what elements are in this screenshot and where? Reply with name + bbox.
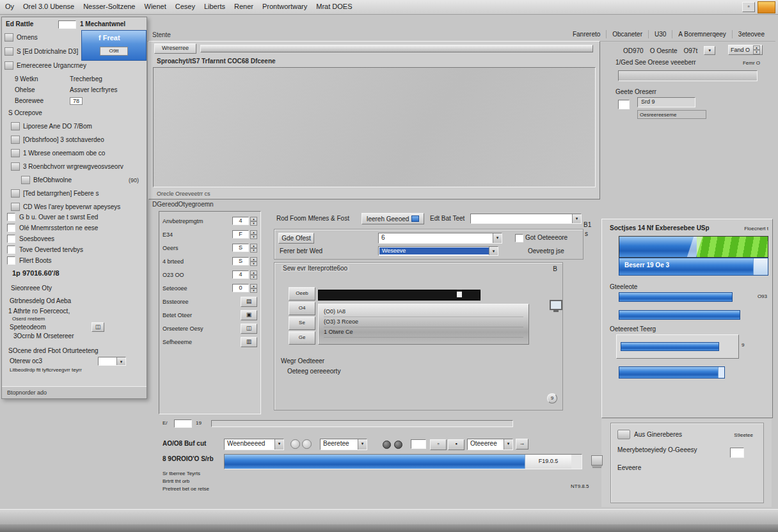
drive-slot-button[interactable]: Se	[289, 317, 315, 330]
check-row[interactable]: Fllert Boots	[7, 256, 143, 265]
window-menu-icon[interactable]: ▫	[742, 2, 755, 12]
spinner-control[interactable]: ▴▾	[250, 217, 257, 226]
spinner-arrows[interactable]: ▴▾	[753, 45, 760, 54]
right-tab[interactable]: O Oesnte	[650, 47, 678, 54]
pair-right-label[interactable]: Assver lecrfryres	[70, 86, 117, 93]
menu-item[interactable]: Liberts	[204, 0, 225, 13]
combo-arrow-icon[interactable]: ▾	[489, 247, 498, 255]
format-combo[interactable]: 6 ▾	[378, 233, 502, 244]
pair-left-label[interactable]: Ohelse	[4, 86, 70, 93]
tool-button-2[interactable]: ▪	[448, 439, 464, 450]
menu-item[interactable]: Prontwortwary	[262, 0, 307, 13]
pair-left-label[interactable]: Beorewee	[4, 97, 70, 104]
round-button-1[interactable]	[290, 439, 300, 449]
geete-checkbox[interactable]	[618, 100, 630, 109]
combo-arrow-icon[interactable]: ▾	[274, 439, 283, 450]
tab-dropdown-button[interactable]: ▾	[704, 46, 715, 55]
srd-box[interactable]: Srd 9	[637, 97, 695, 107]
info-tool-button[interactable]: ◫	[91, 322, 104, 332]
parameter-value-field[interactable]: S	[232, 244, 249, 252]
small-field[interactable]	[411, 439, 426, 449]
menu-item[interactable]: Nesser-Soltzene	[83, 0, 135, 13]
check-row[interactable]: Tove Oeverted tervbys	[7, 246, 143, 254]
mode-combo-1[interactable]: Weenbeeeed ▾	[224, 439, 284, 450]
file-row[interactable]: [Orbshrfooo] 3 sotchaverdeo	[11, 133, 139, 146]
parameter-value-field[interactable]: 4	[232, 217, 249, 225]
got-checkbox[interactable]	[515, 234, 523, 242]
selection-sub-box[interactable]: O9tt	[100, 47, 128, 56]
spinner-control[interactable]: ▴▾	[250, 244, 257, 253]
mode-combo-3[interactable]: Oteeeree ▾	[467, 439, 513, 450]
text-input[interactable]: ▾	[470, 214, 582, 224]
compilation-tab[interactable]: Wreserree	[154, 43, 196, 54]
file-row[interactable]: CD Wes l'arey bpeverwr apeyseys	[11, 200, 139, 214]
menu-item[interactable]: Mrat DOES	[316, 0, 352, 13]
parameter-value-field[interactable]: 0	[232, 284, 249, 292]
info-dropdown[interactable]: ▾	[98, 357, 126, 366]
selection-highlight[interactable]: f Freat O9tt	[81, 30, 147, 61]
combo-arrow-icon[interactable]: ▾	[116, 357, 125, 365]
compilation-content-area[interactable]	[153, 67, 596, 187]
checkbox[interactable]	[7, 224, 15, 232]
fand-spinner[interactable]: Fand O ▴▾	[728, 45, 763, 55]
tool-button-1[interactable]: ▫	[430, 439, 447, 450]
view-tab[interactable]: Obcaneter	[606, 30, 648, 38]
pair-right-label[interactable]: 78	[70, 97, 83, 105]
checkbox[interactable]	[7, 213, 15, 221]
search-record-button[interactable]: Ieereh Geeoed	[361, 213, 424, 224]
dot-indicator-2[interactable]	[394, 441, 402, 449]
right-tab[interactable]: OD970	[623, 47, 644, 54]
menu-item[interactable]: Orel 3.0 Ubense	[23, 0, 74, 13]
parameter-button[interactable]: ◫	[241, 324, 257, 334]
splitter-handle[interactable]	[200, 45, 593, 52]
spinner-control[interactable]: ▴▾	[250, 284, 257, 293]
dropdown-arrow-icon[interactable]: ▾	[572, 214, 581, 223]
spinner-control[interactable]: ▴▾	[250, 257, 257, 266]
menu-item[interactable]: Rener	[234, 0, 253, 13]
secondary-combo[interactable]: Weseeve ▾	[378, 246, 498, 256]
combo-arrow-icon[interactable]: ▾	[358, 439, 367, 450]
check-row[interactable]: G b u. Ouver ae t swrst Eed	[7, 213, 143, 221]
palette-header-tab[interactable]: Ed Rattle	[6, 20, 33, 27]
parameter-button[interactable]: ▣	[241, 310, 257, 320]
parameter-button[interactable]: ▤	[241, 297, 257, 307]
palette-header-field[interactable]	[58, 20, 76, 29]
menu-item[interactable]: Wienet	[145, 0, 166, 13]
combo-arrow-icon[interactable]: ▾	[504, 439, 512, 450]
spinner-control[interactable]: ▴▾	[250, 230, 257, 239]
file-row[interactable]: Liporese Ane DO 7/Bom	[11, 120, 139, 133]
round-button-2[interactable]	[302, 439, 312, 449]
file-row[interactable]: 1 Wbrese oneemaom obe co	[11, 146, 139, 160]
view-tab[interactable]: A Boremnerqeey	[672, 30, 732, 38]
info-badge[interactable]: 9	[547, 393, 557, 403]
file-row[interactable]: [Ted betarrgrhen] Febere s	[11, 187, 139, 200]
pair-right-label[interactable]: Trecherbeg	[70, 75, 102, 82]
checkbox[interactable]	[7, 256, 15, 265]
view-tab[interactable]: Fanrereto	[567, 30, 606, 38]
drive-slot-button[interactable]: Ge	[289, 331, 315, 345]
checkbox[interactable]	[7, 246, 15, 254]
go-arrow-button[interactable]: →	[516, 439, 528, 450]
dot-indicator-1[interactable]	[383, 441, 391, 449]
spinner-control[interactable]: ▴▾	[250, 270, 257, 279]
check-row[interactable]: Soesbovees	[7, 235, 143, 243]
view-tab[interactable]: U30	[648, 30, 672, 38]
mode-combo-2[interactable]: Beeretee ▾	[320, 439, 367, 450]
mini-field[interactable]	[174, 419, 192, 428]
timeline-bar[interactable]	[211, 420, 513, 427]
menu-item[interactable]: Oy	[5, 0, 14, 13]
camera-checkbox[interactable]	[730, 448, 744, 458]
menu-item[interactable]: Cesey	[175, 0, 195, 13]
drive-slot-button[interactable]: O4	[289, 302, 315, 315]
parameter-value-field[interactable]: F	[232, 230, 249, 239]
gde-ofest-button[interactable]: Gde Ofest	[278, 233, 314, 244]
parameter-value-field[interactable]: S	[232, 257, 249, 265]
file-row[interactable]: BfeObhwolne (90)	[11, 173, 139, 187]
parameter-value-field[interactable]: 4	[232, 270, 249, 279]
check-row[interactable]: Olé Mnemrssterton ne eese	[7, 224, 143, 232]
file-row[interactable]: 3 Roenbchvorr wrgrewgveosvseorv	[11, 160, 139, 173]
window-close-button[interactable]	[758, 1, 775, 13]
view-tab[interactable]: 3eteovee	[732, 30, 770, 38]
pair-left-label[interactable]: 9 Wetkn	[4, 75, 70, 82]
stack-icon[interactable]	[591, 455, 603, 465]
